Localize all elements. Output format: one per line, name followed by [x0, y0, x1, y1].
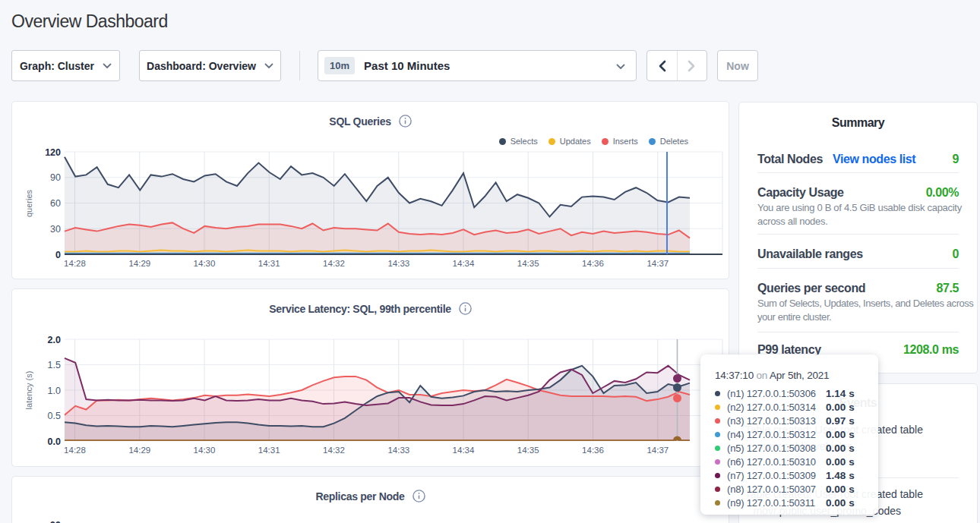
svg-text:2.0: 2.0: [48, 335, 61, 345]
svg-text:14:32: 14:32: [323, 259, 345, 268]
svg-text:30: 30: [50, 224, 61, 235]
svg-text:14:28: 14:28: [64, 259, 86, 268]
svg-text:0.0: 0.0: [48, 436, 61, 447]
svg-text:14:31: 14:31: [258, 259, 280, 268]
svg-text:60: 60: [50, 198, 61, 209]
svg-text:14:28: 14:28: [64, 446, 86, 455]
svg-text:14:36: 14:36: [582, 446, 604, 455]
svg-text:14:34: 14:34: [453, 259, 475, 268]
svg-text:14:29: 14:29: [128, 259, 150, 268]
svg-text:1.0: 1.0: [48, 386, 61, 396]
svg-text:14:33: 14:33: [387, 446, 409, 455]
svg-text:latency (s): latency (s): [24, 371, 33, 410]
svg-text:0.5: 0.5: [48, 411, 61, 421]
svg-text:14:30: 14:30: [194, 259, 216, 268]
svg-text:14:29: 14:29: [128, 446, 150, 455]
svg-text:queries: queries: [24, 189, 33, 217]
svg-text:14:32: 14:32: [323, 446, 345, 455]
svg-text:14:31: 14:31: [258, 446, 280, 455]
svg-text:1.5: 1.5: [48, 360, 61, 370]
svg-text:14:30: 14:30: [194, 446, 216, 455]
svg-text:14:37: 14:37: [646, 446, 669, 455]
svg-text:14:35: 14:35: [517, 259, 539, 268]
svg-text:14:36: 14:36: [582, 259, 604, 268]
svg-text:90: 90: [50, 172, 61, 183]
svg-text:14:37: 14:37: [646, 259, 669, 268]
svg-text:14:35: 14:35: [517, 446, 539, 455]
svg-text:14:34: 14:34: [453, 446, 475, 455]
svg-text:0: 0: [55, 250, 61, 260]
svg-text:14:33: 14:33: [387, 259, 409, 268]
svg-text:120: 120: [45, 147, 61, 158]
